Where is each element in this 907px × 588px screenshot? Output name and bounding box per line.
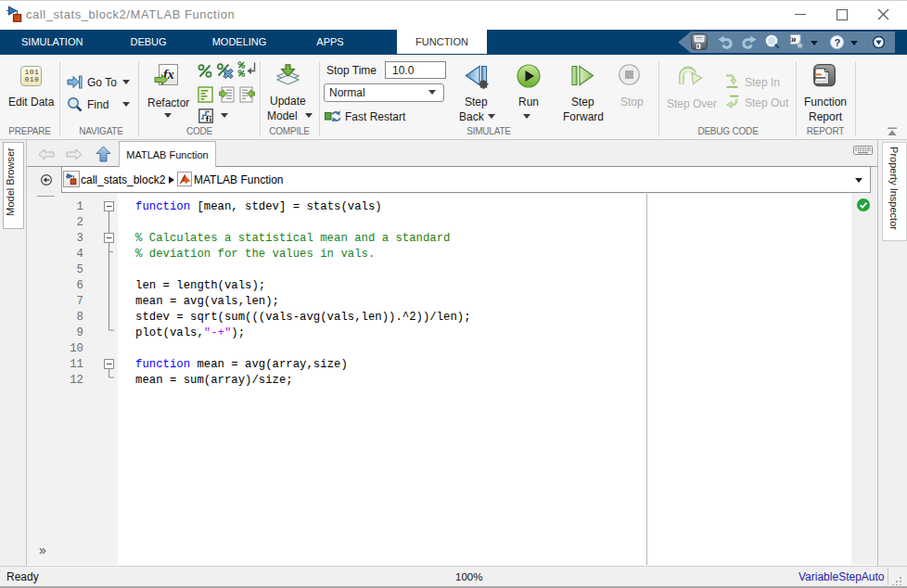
svg-text:?: ? — [834, 37, 840, 48]
svg-text:»: » — [791, 34, 797, 45]
